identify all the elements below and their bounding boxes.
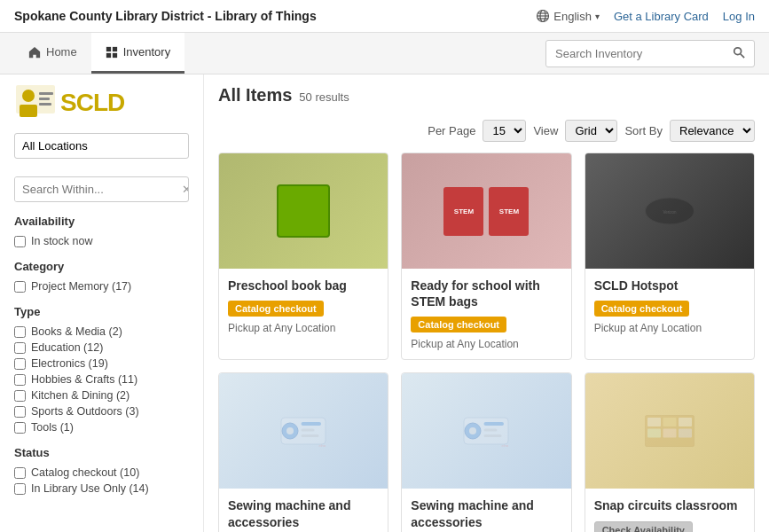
svg-point-30: [469, 427, 476, 434]
education-checkbox[interactable]: [14, 342, 26, 354]
item-card-body: Snap circuits classroom Check Availabili…: [585, 489, 754, 532]
kitchen-dining-checkbox[interactable]: [14, 390, 26, 402]
item-title: Snap circuits classroom: [594, 497, 745, 513]
svg-rect-13: [20, 105, 37, 117]
search-within-input[interactable]: [15, 177, 178, 201]
nav-tab-home-label: Home: [46, 45, 77, 59]
filter-type-title: Type: [14, 305, 189, 318]
catalog-checkout-checkbox[interactable]: [14, 467, 26, 479]
search-within-clear[interactable]: ✕: [178, 179, 189, 200]
hobbies-crafts-label[interactable]: Hobbies & Crafts (11): [31, 373, 137, 386]
svg-rect-38: [679, 418, 692, 426]
item-title: Sewing machine and accessories: [228, 497, 379, 529]
globe-icon: [536, 9, 550, 23]
books-media-checkbox[interactable]: [14, 326, 26, 338]
in-library-label[interactable]: In Library Use Only (14): [31, 482, 149, 495]
project-memory-label[interactable]: Project Memory (17): [31, 280, 131, 293]
nav-bar: Home Inventory: [0, 33, 769, 74]
item-badge: Catalog checkout: [411, 317, 506, 332]
filter-education: Education (12): [14, 341, 189, 354]
electronics-label[interactable]: Electronics (19): [31, 357, 108, 370]
item-badge: Catalog checkout: [228, 301, 324, 317]
item-location: Pickup at Any Location: [594, 322, 745, 334]
in-stock-checkbox[interactable]: [14, 236, 26, 247]
item-card[interactable]: STEM STEM Ready for school with STEM bag…: [401, 153, 571, 360]
in-stock-label[interactable]: In stock now: [31, 235, 92, 247]
electronics-checkbox[interactable]: [14, 358, 26, 370]
svg-rect-26: [302, 434, 319, 437]
filter-status: Status Catalog checkout (10) In Library …: [14, 446, 189, 495]
view-select[interactable]: Grid List: [565, 120, 617, 142]
search-button[interactable]: [724, 41, 754, 66]
sports-outdoors-checkbox[interactable]: [14, 406, 26, 418]
project-memory-checkbox[interactable]: [14, 281, 26, 293]
item-title: Ready for school with STEM bags: [411, 278, 561, 309]
item-card[interactable]: Snap circuits classroom Check Availabili…: [585, 372, 755, 532]
nav-tab-home[interactable]: Home: [14, 33, 91, 74]
get-card-link[interactable]: Get a Library Card: [614, 10, 709, 23]
filter-catalog-checkout: Catalog checkout (10): [14, 466, 189, 479]
svg-rect-16: [39, 103, 51, 106]
nav-tab-inventory[interactable]: Inventory: [91, 33, 184, 74]
svg-rect-40: [663, 429, 676, 438]
login-link[interactable]: Log In: [723, 10, 755, 23]
svg-point-9: [734, 47, 742, 54]
filter-project-memory: Project Memory (17): [14, 280, 189, 293]
svg-rect-37: [663, 418, 676, 426]
svg-line-10: [741, 53, 744, 57]
item-image: elna: [219, 373, 388, 489]
search-input[interactable]: [546, 42, 724, 66]
nav-tabs: Home Inventory: [14, 33, 184, 74]
education-label[interactable]: Education (12): [31, 341, 103, 354]
item-card[interactable]: elna Sewing machine and accessories Chec…: [401, 372, 571, 532]
site-title: Spokane County Library District - Librar…: [14, 9, 317, 23]
sidebar: SCLD All Locations ✕ Availability: [0, 74, 204, 532]
filter-availability: Availability In stock now: [14, 215, 189, 247]
chevron-down-icon: ▾: [595, 12, 600, 21]
main-layout: SCLD All Locations ✕ Availability: [0, 74, 769, 532]
item-title: Sewing machine and accessories: [411, 497, 561, 529]
books-media-label[interactable]: Books & Media (2): [31, 325, 122, 338]
svg-rect-31: [484, 422, 505, 426]
item-card-body: Preschool book bag Catalog checkout Pick…: [219, 269, 388, 359]
svg-rect-41: [679, 429, 692, 438]
filter-sports-outdoors: Sports & Outdoors (3): [14, 405, 189, 418]
item-card[interactable]: Verizon SCLD Hotspot Catalog checkout Pi…: [585, 153, 755, 360]
filter-availability-title: Availability: [14, 215, 189, 228]
svg-text:elna: elna: [319, 443, 326, 448]
item-card[interactable]: Preschool book bag Catalog checkout Pick…: [218, 153, 388, 360]
location-select[interactable]: All Locations: [14, 133, 189, 159]
per-page-select[interactable]: 15 30 50: [483, 120, 526, 142]
catalog-checkout-label[interactable]: Catalog checkout (10): [31, 466, 139, 479]
in-library-checkbox[interactable]: [14, 483, 26, 495]
language-selector[interactable]: English ▾: [536, 9, 600, 23]
hobbies-crafts-checkbox[interactable]: [14, 374, 26, 386]
svg-rect-25: [302, 429, 315, 432]
item-location: Pickup at Any Location: [228, 322, 379, 334]
item-image: elna: [402, 373, 570, 489]
item-location: Pickup at Any Location: [411, 338, 561, 350]
item-image: [585, 373, 754, 489]
scld-icon: [14, 85, 57, 121]
svg-rect-15: [39, 98, 50, 100]
view-label: View: [533, 124, 558, 137]
item-title: Preschool book bag: [228, 278, 379, 293]
sort-select[interactable]: Relevance Title A-Z Title Z-A: [670, 120, 755, 142]
page-content: All Items 50 results Per Page 15 30 50 V…: [204, 74, 769, 532]
filter-kitchen-dining: Kitchen & Dining (2): [14, 389, 189, 402]
item-card-body: Ready for school with STEM bags Catalog …: [402, 269, 570, 359]
item-badge: Catalog checkout: [594, 301, 690, 317]
item-card[interactable]: elna Sewing machine and accessories Chec…: [218, 372, 388, 532]
item-badge: Check Availability: [594, 521, 693, 532]
svg-rect-36: [647, 418, 661, 426]
tools-label[interactable]: Tools (1): [31, 421, 74, 434]
item-card-body: Sewing machine and accessories Check Ava…: [402, 489, 570, 532]
item-image: Verizon: [585, 153, 754, 269]
filter-electronics: Electronics (19): [14, 357, 189, 370]
tools-checkbox[interactable]: [14, 422, 26, 434]
per-page-label: Per Page: [428, 124, 475, 137]
filter-in-library: In Library Use Only (14): [14, 482, 189, 495]
kitchen-dining-label[interactable]: Kitchen & Dining (2): [31, 389, 129, 402]
sports-outdoors-label[interactable]: Sports & Outdoors (3): [31, 405, 139, 418]
svg-text:elna: elna: [502, 443, 509, 448]
